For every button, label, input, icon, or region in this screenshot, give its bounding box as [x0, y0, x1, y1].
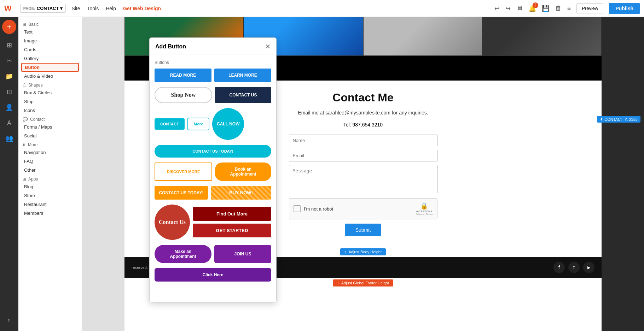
main-layout: + ⊞ ✂ 📁 ⊡ 👤 A 👥 ⠿ ⊞ Basic Text Image Car… — [0, 17, 644, 331]
sidebar-item-other[interactable]: Other — [18, 166, 82, 175]
btn-more-teal[interactable]: More — [187, 118, 209, 130]
btn-join-us[interactable]: JOIN US — [214, 245, 271, 263]
buttons-section-label: Buttons — [155, 60, 271, 65]
sidebar-item-box-circles[interactable]: Box & Circles — [18, 88, 82, 97]
nav-tools[interactable]: Tools — [87, 6, 99, 11]
btn-contact-us-today-teal[interactable]: CONTACT US TODAY! — [155, 145, 271, 158]
btn-book-appointment[interactable]: Book an Appointment — [215, 162, 271, 181]
tools-icon[interactable]: ✂ — [2, 54, 16, 68]
sidebar-section-label: Basic — [28, 22, 39, 27]
nav-site[interactable]: Site — [71, 6, 80, 11]
btn-make-appointment[interactable]: Make an Appointment — [155, 245, 211, 263]
icon-strip: + ⊞ ✂ 📁 ⊡ 👤 A 👥 ⠿ — [0, 17, 18, 331]
grid-section-icon: ⊞ — [23, 22, 26, 27]
sidebar-item-icons[interactable]: Icons — [18, 106, 82, 115]
recaptcha-box: I'm not a robot 🔒 reCAPTCHA Privacy - Te… — [289, 198, 437, 219]
top-icons: ↩ ↪ 🖥 🔔 2 💾 🗑 ≡ Preview Publish — [494, 3, 640, 14]
sidebar-item-text[interactable]: Text — [18, 28, 82, 36]
adjust-body-label: Adjust Body Height — [348, 250, 382, 254]
email-input[interactable] — [289, 150, 437, 161]
btn-get-started[interactable]: GET STARTED — [193, 224, 271, 237]
sidebar-item-navigation[interactable]: Navigation — [18, 148, 82, 157]
topbar: W PAGE: CONTACT ▾ Site Tools Help Get We… — [0, 0, 644, 17]
sidebar-item-gallery[interactable]: Gallery — [18, 54, 82, 63]
sidebar-item-members[interactable]: Members — [18, 209, 82, 218]
add-element-button[interactable]: + — [2, 20, 16, 34]
contact-email-link[interactable]: sarahlee@mysamplesite.com — [325, 110, 390, 116]
sidebar-item-forms-maps[interactable]: Forms / Maps — [18, 123, 82, 131]
sidebar-section-contact-label: Contact — [30, 117, 45, 122]
btn-discover-more[interactable]: DISCOVER MORE — [155, 162, 212, 181]
sidebar-item-store[interactable]: Store — [18, 191, 82, 200]
btn-contact-us-dark[interactable]: CONTACT US — [215, 87, 271, 103]
sidebar-section-more: ⠿ More — [18, 140, 82, 148]
button-row-6: CONTACT US TODAY! BUY NOW! — [155, 186, 271, 200]
footer-twitter-icon[interactable]: t — [568, 262, 580, 273]
nav-help[interactable]: Help — [106, 6, 116, 11]
sidebar-section-basic: ⊞ Basic — [18, 20, 82, 28]
preview-button[interactable]: Preview — [576, 3, 603, 13]
page-selector[interactable]: PAGE: CONTACT ▾ — [20, 4, 66, 13]
btn-contact-us-circle[interactable]: Contact Us — [155, 205, 190, 240]
sidebar-item-restaurant[interactable]: Restaurant — [18, 200, 82, 209]
btn-learn-more[interactable]: LEARN MORE — [214, 69, 271, 82]
btn-contact-us-today-orange[interactable]: CONTACT US TODAY! — [155, 186, 208, 200]
sidebar-item-button[interactable]: Button — [21, 63, 79, 72]
sidebar-section-contact: 💬 Contact — [18, 115, 82, 123]
redo-button[interactable]: ↪ — [505, 5, 511, 12]
apps-icon[interactable]: ⊡ — [2, 85, 16, 99]
sidebar-item-image[interactable]: Image — [18, 36, 82, 45]
sidebar-item-strip[interactable]: Strip — [18, 97, 82, 106]
recaptcha-logo: 🔒 reCAPTCHA Privacy - Terms — [416, 202, 433, 215]
media-icon[interactable]: 📁 — [2, 69, 16, 83]
sidebar-item-audio-video[interactable]: Audio & Video — [18, 72, 82, 81]
add-button-modal: Add Button ✕ Buttons READ MORE LEARN MOR… — [149, 37, 277, 302]
btn-call-now[interactable]: CALL NOW — [212, 108, 244, 140]
undo-button[interactable]: ↩ — [494, 5, 500, 12]
modal-close-button[interactable]: ✕ — [265, 43, 271, 51]
grid-icon[interactable]: ⠿ — [2, 314, 16, 328]
people-icon[interactable]: 👥 — [2, 131, 16, 146]
notification-button[interactable]: 🔔 2 — [528, 5, 536, 12]
message-input[interactable] — [289, 165, 437, 193]
page-prefix: PAGE: — [23, 6, 35, 11]
recaptcha-checkbox[interactable] — [294, 205, 301, 212]
adjust-body-bar[interactable]: ↕ Adjust Body Height — [340, 248, 386, 255]
pages-icon[interactable]: ⊞ — [2, 38, 16, 52]
sidebar-item-blog[interactable]: Blog — [18, 182, 82, 191]
save-button[interactable]: 💾 — [542, 5, 550, 12]
btn-contact-teal[interactable]: CONTACT — [155, 118, 185, 130]
download-icon: ⬇ — [600, 117, 603, 122]
btn-shop-now[interactable]: Shop Now — [155, 87, 212, 103]
publish-button[interactable]: Publish — [609, 3, 640, 14]
btn-buy-now[interactable]: BUY NOW! — [211, 186, 271, 200]
contact-section-icon: 💬 — [23, 117, 28, 122]
layers-button[interactable]: ≡ — [567, 5, 571, 12]
recaptcha-label: I'm not a robot — [304, 206, 333, 212]
btn-click-here[interactable]: Click Here — [155, 268, 271, 282]
submit-button[interactable]: Submit — [345, 224, 382, 236]
desktop-view-button[interactable]: 🖥 — [516, 5, 523, 12]
sidebar-item-social[interactable]: Social — [18, 131, 82, 140]
button-row-2: Shop Now CONTACT US — [155, 87, 271, 103]
btn-find-out-more[interactable]: Find Out More — [193, 207, 271, 221]
button-row-3: CONTACT More CALL NOW — [155, 108, 271, 140]
get-web-design-link[interactable]: Get Web Design — [123, 6, 161, 11]
right-gutter: ⬇ CONTACT Y: 3355 — [602, 17, 644, 331]
delete-button[interactable]: 🗑 — [555, 5, 562, 12]
contact-icon[interactable]: 👤 — [2, 100, 16, 114]
sidebar-item-cards[interactable]: Cards — [18, 45, 82, 54]
contact-position-badge[interactable]: ⬇ CONTACT Y: 3355 — [597, 116, 640, 123]
modal-header: Add Button ✕ — [150, 38, 276, 54]
contact-badge-label: CONTACT — [604, 117, 623, 122]
btn-read-more[interactable]: READ MORE — [155, 69, 211, 82]
footer-facebook-icon[interactable]: f — [553, 262, 565, 273]
adjust-footer-bar[interactable]: ↕ Adjust Global Footer Height — [333, 279, 393, 286]
modal-title: Add Button — [155, 43, 186, 50]
logo: W — [4, 4, 12, 13]
text-icon[interactable]: A — [2, 116, 16, 130]
name-input[interactable] — [289, 135, 437, 146]
sidebar-section-apps-label: Apps — [28, 177, 38, 182]
sidebar-item-faq[interactable]: FAQ — [18, 157, 82, 166]
footer-youtube-icon[interactable]: ▶ — [583, 262, 594, 273]
